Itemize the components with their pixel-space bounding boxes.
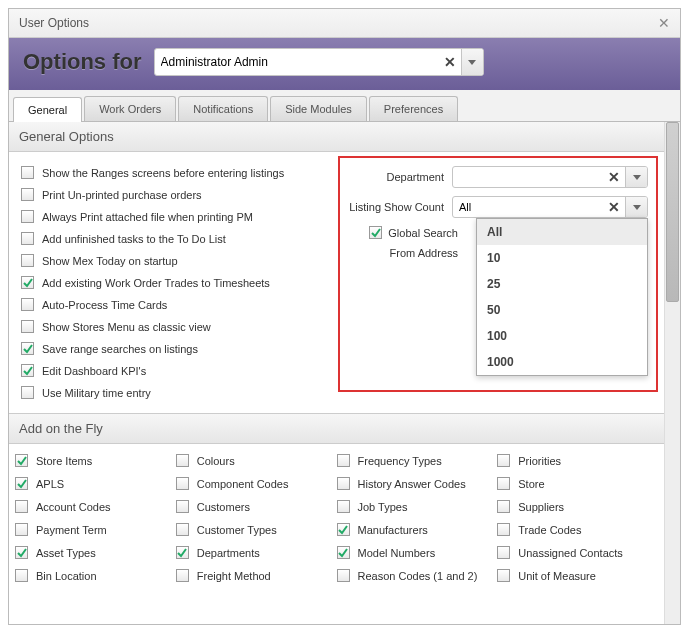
fly-checkbox[interactable]: Reason Codes (1 and 2) [337,569,498,582]
listing-count-input[interactable] [453,201,603,213]
checkbox-icon [497,477,510,490]
checkbox-icon [21,210,34,223]
fly-checkbox[interactable]: Model Numbers [337,546,498,559]
checkbox-icon [21,364,34,377]
checkbox-label: Store [518,478,544,490]
general-options-body: Show the Ranges screens before entering … [9,152,664,413]
checkbox-icon [21,386,34,399]
general-checks-list: Show the Ranges screens before entering … [15,162,355,403]
checkbox-icon [15,500,28,513]
fly-checkbox[interactable]: Bin Location [15,569,176,582]
checkbox-icon [176,500,189,513]
fly-checkbox[interactable]: Colours [176,454,337,467]
checkbox-icon [337,454,350,467]
scroll-thumb[interactable] [666,122,679,302]
checkbox-label: Edit Dashboard KPI's [42,365,146,377]
general-checkbox[interactable]: Add unfinished tasks to the To Do List [21,232,349,245]
general-checkbox[interactable]: Save range searches on listings [21,342,349,355]
dropdown-option[interactable]: 50 [477,297,647,323]
global-search-checkbox[interactable] [369,226,382,239]
department-row: Department ✕ [348,166,648,188]
clear-icon[interactable]: ✕ [439,54,461,70]
tab-side-modules[interactable]: Side Modules [270,96,367,121]
checkbox-label: History Answer Codes [358,478,466,490]
checkbox-label: Asset Types [36,547,96,559]
vertical-scrollbar[interactable] [664,122,680,624]
fly-checkbox[interactable]: Component Codes [176,477,337,490]
checkbox-icon [497,523,510,536]
checkbox-icon [337,500,350,513]
fly-checkbox[interactable]: Unassigned Contacts [497,546,658,559]
fly-checkbox[interactable]: Store [497,477,658,490]
dropdown-option[interactable]: 10 [477,245,647,271]
user-selector[interactable]: ✕ [154,48,484,76]
fly-checkbox[interactable]: Unit of Measure [497,569,658,582]
checkbox-label: APLS [36,478,64,490]
general-checkbox[interactable]: Use Military time entry [21,386,349,399]
clear-icon[interactable]: ✕ [603,169,625,185]
fly-checkbox[interactable]: Freight Method [176,569,337,582]
add-on-fly-header: Add on the Fly [9,413,664,444]
checkbox-label: Customers [197,501,250,513]
checkbox-label: Frequency Types [358,455,442,467]
fly-checkbox[interactable]: Suppliers [497,500,658,513]
fly-checkbox[interactable]: Customers [176,500,337,513]
fly-checkbox[interactable]: Departments [176,546,337,559]
fly-checkbox[interactable]: Priorities [497,454,658,467]
general-checkbox[interactable]: Auto-Process Time Cards [21,298,349,311]
general-checkbox[interactable]: Print Un-printed purchase orders [21,188,349,201]
user-input[interactable] [155,55,439,69]
dropdown-option[interactable]: All [477,219,647,245]
fly-checkbox[interactable]: Payment Term [15,523,176,536]
fly-checkbox[interactable]: Asset Types [15,546,176,559]
general-checkbox[interactable]: Show the Ranges screens before entering … [21,166,349,179]
fly-checkbox[interactable]: History Answer Codes [337,477,498,490]
dropdown-option[interactable]: 25 [477,271,647,297]
chevron-down-icon[interactable] [625,197,647,217]
checkbox-icon [21,320,34,333]
tab-preferences[interactable]: Preferences [369,96,458,121]
fly-checkbox[interactable]: APLS [15,477,176,490]
fly-checkbox[interactable]: Account Codes [15,500,176,513]
department-combo[interactable]: ✕ [452,166,648,188]
fly-checkbox[interactable]: Job Types [337,500,498,513]
fly-checkbox[interactable]: Trade Codes [497,523,658,536]
general-checkbox[interactable]: Show Mex Today on startup [21,254,349,267]
fly-checkbox[interactable]: Manufacturers [337,523,498,536]
tab-work-orders[interactable]: Work Orders [84,96,176,121]
listing-count-dropdown[interactable]: All1025501001000 [476,218,648,376]
tab-general[interactable]: General [13,97,82,122]
checkbox-icon [176,477,189,490]
checkbox-icon [21,166,34,179]
checkbox-icon [497,500,510,513]
fly-checkbox[interactable]: Customer Types [176,523,337,536]
clear-icon[interactable]: ✕ [603,199,625,215]
dropdown-option[interactable]: 100 [477,323,647,349]
checkbox-label: Store Items [36,455,92,467]
checkbox-icon [15,454,28,467]
fly-checkbox[interactable]: Store Items [15,454,176,467]
fly-checkbox[interactable]: Frequency Types [337,454,498,467]
fly-column: Frequency TypesHistory Answer CodesJob T… [337,454,498,582]
tab-notifications[interactable]: Notifications [178,96,268,121]
checkbox-label: Save range searches on listings [42,343,198,355]
from-address-label: From Address [348,247,466,259]
checkbox-label: Add unfinished tasks to the To Do List [42,233,226,245]
listing-count-combo[interactable]: ✕ [452,196,648,218]
general-checkbox[interactable]: Add existing Work Order Trades to Timesh… [21,276,349,289]
checkbox-icon [497,569,510,582]
checkbox-label: Departments [197,547,260,559]
checkbox-icon [21,232,34,245]
general-checkbox[interactable]: Edit Dashboard KPI's [21,364,349,377]
department-input[interactable] [453,171,603,183]
checkbox-icon [337,477,350,490]
general-checkbox[interactable]: Show Stores Menu as classic view [21,320,349,333]
dropdown-option[interactable]: 1000 [477,349,647,375]
fly-column: PrioritiesStoreSuppliersTrade CodesUnass… [497,454,658,582]
checkbox-label: Print Un-printed purchase orders [42,189,202,201]
chevron-down-icon[interactable] [625,167,647,187]
general-checkbox[interactable]: Always Print attached file when printing… [21,210,349,223]
chevron-down-icon[interactable] [461,49,483,75]
fly-column: ColoursComponent CodesCustomersCustomer … [176,454,337,582]
close-icon[interactable]: ✕ [658,15,670,31]
